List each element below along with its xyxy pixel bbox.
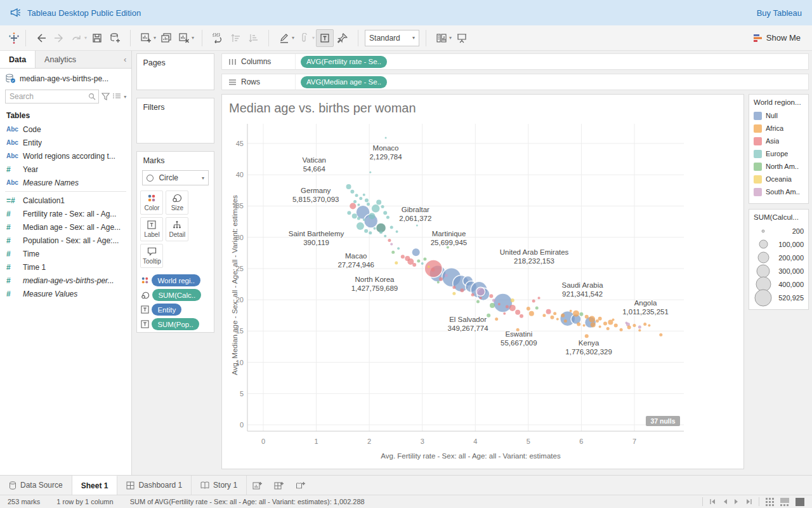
size-legend-item[interactable]: 520,925 — [754, 291, 804, 304]
show-me-button[interactable]: Show Me — [753, 33, 807, 43]
tab-data-source[interactable]: Data Source — [0, 476, 72, 495]
show-mark-labels-button[interactable] — [316, 29, 334, 47]
size-button[interactable]: Size — [166, 190, 188, 215]
new-dashboard-tab-button[interactable] — [268, 476, 290, 495]
rows-shelf[interactable]: Rows AVG(Median age - Se.. — [221, 74, 809, 90]
collapse-pane-icon[interactable]: ‹ — [119, 51, 131, 68]
search-box[interactable] — [5, 90, 99, 104]
detail-button[interactable]: Detail — [166, 217, 188, 241]
new-worksheet-caret-icon[interactable]: ▾ — [154, 35, 156, 41]
filter-fields-icon[interactable] — [102, 93, 110, 100]
field-item[interactable]: #median-age-vs-births-per... — [0, 274, 131, 287]
field-item[interactable]: #Measure Values — [0, 287, 131, 300]
undo-redo-icon[interactable] — [68, 29, 86, 47]
tab-analytics[interactable]: Analytics — [36, 51, 85, 68]
view-options-icon[interactable] — [112, 93, 121, 100]
tab-story-1[interactable]: Story 1 — [192, 476, 247, 495]
rows-pill-median-age[interactable]: AVG(Median age - Se.. — [301, 76, 387, 88]
grid-view-icon[interactable] — [766, 498, 774, 506]
format-paperclip-button[interactable] — [296, 29, 313, 47]
view-options-caret-icon[interactable]: ▾ — [124, 94, 126, 100]
columns-pill-fertility[interactable]: AVG(Fertility rate - Se.. — [301, 56, 387, 68]
marks-buttons: Color Size Label Detail Tooltip — [137, 190, 214, 268]
label-button[interactable]: Label — [140, 217, 163, 241]
save-button[interactable] — [88, 29, 106, 47]
marks-pill[interactable]: SUM(Calc.. — [152, 289, 201, 301]
show-hide-cards-button[interactable] — [433, 29, 450, 47]
undo-caret-icon[interactable]: ▾ — [84, 35, 87, 41]
field-item[interactable]: =#Calculation1 — [0, 194, 131, 207]
new-story-tab-button[interactable] — [290, 476, 311, 495]
field-item[interactable]: #Time 1 — [0, 260, 131, 274]
mark-type-select[interactable]: Circle ▾ — [142, 170, 209, 185]
color-legend-item[interactable]: North Am.. — [754, 160, 804, 173]
fix-axes-pin-button[interactable] — [334, 29, 351, 47]
tab-sheet-1[interactable]: Sheet 1 — [72, 476, 118, 495]
field-item[interactable]: AbcMeasure Names — [0, 176, 131, 189]
fit-mode-select[interactable]: Standard ▾ — [365, 30, 419, 46]
clear-sheet-caret-icon[interactable]: ▾ — [192, 35, 194, 41]
color-button[interactable]: Color — [140, 190, 163, 215]
buy-tableau-link[interactable]: Buy Tableau — [757, 8, 802, 18]
text-field-icon: Abc — [6, 179, 23, 186]
size-legend-item[interactable]: 200 — [754, 224, 804, 237]
marks-pill[interactable]: World regi.. — [152, 274, 200, 286]
marks-pill[interactable]: Entity — [152, 304, 181, 316]
cards-caret-icon[interactable]: ▾ — [449, 35, 452, 41]
field-item[interactable]: #Fertility rate - Sex: all - Ag... — [0, 207, 131, 220]
new-worksheet-tab-button[interactable] — [247, 476, 268, 495]
color-legend-item[interactable]: Europe — [754, 147, 804, 160]
prev-page-icon[interactable] — [723, 498, 728, 505]
toolbar-separator — [202, 30, 202, 46]
field-item[interactable]: #Population - Sex: all - Age:... — [0, 234, 131, 247]
color-legend-item[interactable]: Null — [754, 109, 804, 122]
field-item[interactable]: #Time — [0, 247, 131, 260]
svg-text:Monaco: Monaco — [373, 144, 399, 152]
highlight-button[interactable] — [275, 29, 293, 47]
svg-text:Gibraltar: Gibraltar — [402, 206, 429, 213]
paperclip-caret-icon[interactable]: ▾ — [312, 35, 315, 41]
data-source-row[interactable]: median-age-vs-births-pe... — [0, 69, 131, 87]
tableau-logo-icon[interactable] — [5, 29, 23, 47]
forward-button[interactable] — [50, 29, 68, 47]
size-legend-item[interactable]: 100,000 — [754, 237, 804, 251]
back-button[interactable] — [32, 29, 50, 47]
color-legend-item[interactable]: South Am.. — [754, 185, 804, 198]
last-page-icon[interactable] — [745, 498, 752, 505]
new-data-source-button[interactable] — [106, 29, 124, 47]
fit-mode-caret-icon: ▾ — [412, 35, 415, 41]
duplicate-sheet-button[interactable] — [157, 29, 175, 47]
pages-card[interactable]: Pages — [136, 53, 214, 90]
swap-axes-button[interactable] — [209, 29, 226, 47]
size-legend-item[interactable]: 200,000 — [754, 251, 804, 264]
columns-shelf[interactable]: Columns AVG(Fertility rate - Se.. — [221, 53, 809, 70]
new-worksheet-button[interactable] — [137, 29, 155, 47]
color-legend-item[interactable]: Asia — [754, 135, 804, 147]
single-view-icon[interactable] — [796, 498, 804, 506]
presentation-mode-button[interactable] — [453, 29, 471, 47]
next-page-icon[interactable] — [734, 498, 739, 505]
color-legend-item[interactable]: Oceania — [754, 173, 804, 185]
scatter-plot[interactable]: 05101520253035404501234567Avg. Fertility… — [222, 95, 743, 469]
legend-label: South Am.. — [766, 188, 800, 196]
search-input[interactable] — [10, 92, 88, 101]
color-legend-item[interactable]: Africa — [754, 122, 804, 135]
filters-card[interactable]: Filters — [136, 98, 214, 144]
grid-labels-view-icon[interactable] — [780, 498, 789, 506]
size-legend-item[interactable]: 300,000 — [754, 264, 804, 277]
clear-sheet-button[interactable] — [175, 29, 193, 47]
tab-dashboard-1[interactable]: Dashboard 1 — [117, 476, 192, 495]
tooltip-button[interactable]: Tooltip — [140, 244, 163, 268]
field-item[interactable]: #Median age - Sex: all - Age... — [0, 220, 131, 234]
field-item[interactable]: #Year — [0, 163, 131, 176]
field-item[interactable]: AbcWorld regions according t... — [0, 149, 131, 163]
field-item[interactable]: AbcEntity — [0, 136, 131, 149]
first-page-icon[interactable] — [709, 498, 716, 505]
marks-pill[interactable]: SUM(Pop.. — [152, 318, 199, 330]
field-item[interactable]: AbcCode — [0, 123, 131, 136]
svg-text:45: 45 — [236, 140, 244, 147]
sort-descending-button[interactable] — [244, 29, 262, 47]
highlight-caret-icon[interactable]: ▾ — [292, 35, 294, 41]
tab-data[interactable]: Data — [0, 51, 36, 68]
sort-ascending-button[interactable] — [226, 29, 244, 47]
